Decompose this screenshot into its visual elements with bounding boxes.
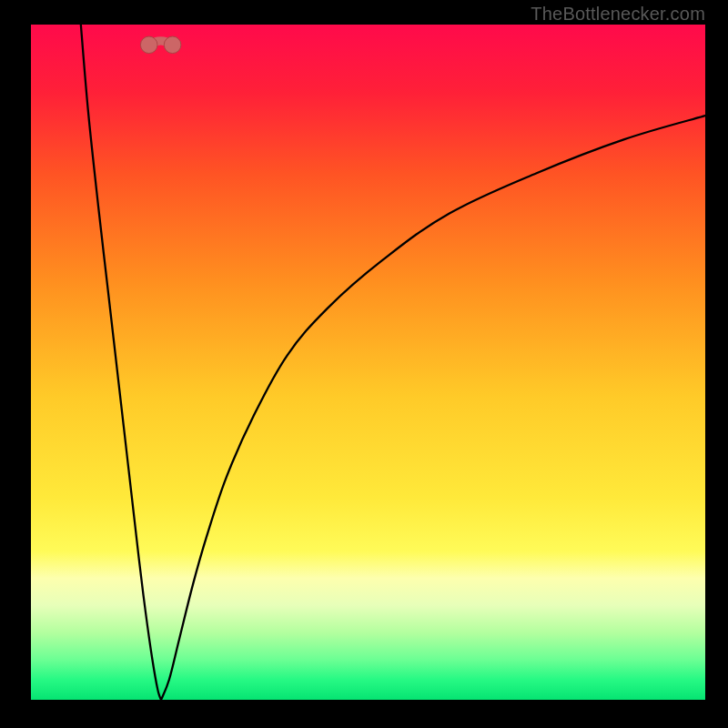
- gradient-background: [31, 25, 705, 700]
- marker-dot: [164, 36, 181, 54]
- plot-area: [31, 25, 705, 700]
- outer-frame: TheBottlenecker.com: [0, 0, 728, 728]
- marker-dot: [140, 36, 157, 54]
- watermark-text: TheBottlenecker.com: [531, 4, 705, 25]
- chart-svg: [31, 25, 705, 700]
